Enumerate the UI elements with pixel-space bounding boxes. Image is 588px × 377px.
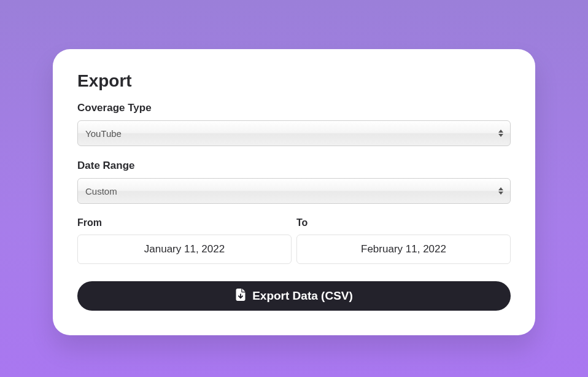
to-label: To <box>296 217 511 228</box>
from-label: From <box>77 217 292 228</box>
export-data-button[interactable]: Export Data (CSV) <box>77 281 511 311</box>
to-date-input[interactable]: February 11, 2022 <box>296 235 511 264</box>
from-date-input[interactable]: January 11, 2022 <box>77 235 292 264</box>
export-button-label: Export Data (CSV) <box>252 289 353 303</box>
export-card: Export Coverage Type YouTube Date Range … <box>53 49 535 335</box>
date-range-select-wrap: Custom <box>77 178 511 204</box>
file-download-icon <box>235 289 246 304</box>
page-title: Export <box>77 71 511 91</box>
coverage-type-select-wrap: YouTube <box>77 120 511 146</box>
coverage-type-select[interactable]: YouTube <box>77 120 511 146</box>
date-range-select[interactable]: Custom <box>77 178 511 204</box>
coverage-type-label: Coverage Type <box>77 102 511 114</box>
date-range-label: Date Range <box>77 160 511 172</box>
date-range-inputs: From January 11, 2022 To February 11, 20… <box>77 217 511 264</box>
